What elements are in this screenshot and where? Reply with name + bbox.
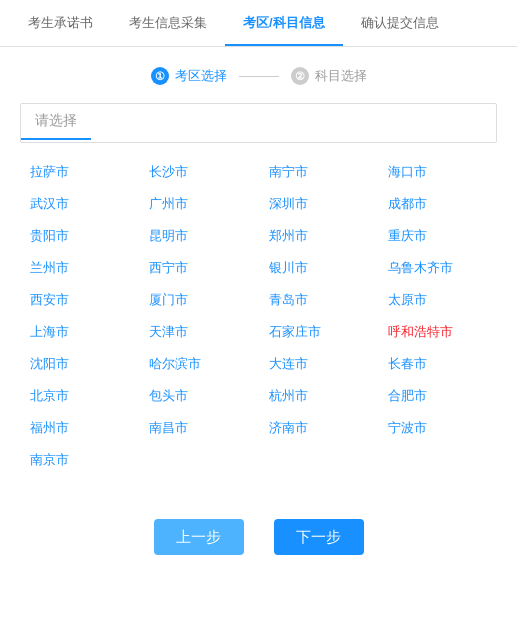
city-item[interactable]: 兰州市: [20, 259, 139, 277]
city-item[interactable]: 南京市: [20, 451, 139, 469]
city-item[interactable]: 太原市: [378, 291, 497, 309]
city-item[interactable]: 大连市: [259, 355, 378, 373]
city-item[interactable]: 杭州市: [259, 387, 378, 405]
city-item[interactable]: 南宁市: [259, 163, 378, 181]
city-item[interactable]: 深圳市: [259, 195, 378, 213]
step-2-num: ②: [291, 67, 309, 85]
city-item[interactable]: 济南市: [259, 419, 378, 437]
next-button[interactable]: 下一步: [274, 519, 364, 555]
city-item[interactable]: 南昌市: [139, 419, 258, 437]
nav-tab-tab1[interactable]: 考生承诺书: [10, 0, 111, 46]
city-item[interactable]: 北京市: [20, 387, 139, 405]
city-item[interactable]: 昆明市: [139, 227, 258, 245]
city-item[interactable]: 青岛市: [259, 291, 378, 309]
city-item[interactable]: 长春市: [378, 355, 497, 373]
step-divider: [239, 76, 279, 77]
select-placeholder: 请选择: [21, 104, 91, 140]
city-item[interactable]: 沈阳市: [20, 355, 139, 373]
city-item[interactable]: 成都市: [378, 195, 497, 213]
top-navigation: 考生承诺书考生信息采集考区/科目信息确认提交信息: [0, 0, 517, 47]
city-item[interactable]: 呼和浩特市: [378, 323, 497, 341]
city-item[interactable]: 厦门市: [139, 291, 258, 309]
city-item[interactable]: 银川市: [259, 259, 378, 277]
prev-button[interactable]: 上一步: [154, 519, 244, 555]
city-item[interactable]: 石家庄市: [259, 323, 378, 341]
city-item[interactable]: 哈尔滨市: [139, 355, 258, 373]
city-item[interactable]: 郑州市: [259, 227, 378, 245]
bottom-buttons: 上一步 下一步: [0, 489, 517, 575]
city-item[interactable]: 福州市: [20, 419, 139, 437]
city-item[interactable]: 合肥市: [378, 387, 497, 405]
city-item[interactable]: 上海市: [20, 323, 139, 341]
step-1-num: ①: [151, 67, 169, 85]
city-item[interactable]: 宁波市: [378, 419, 497, 437]
step-2[interactable]: ② 科目选择: [291, 67, 367, 85]
city-item[interactable]: 西宁市: [139, 259, 258, 277]
city-item[interactable]: 西安市: [20, 291, 139, 309]
city-item[interactable]: 乌鲁木齐市: [378, 259, 497, 277]
city-item[interactable]: 天津市: [139, 323, 258, 341]
city-item[interactable]: 包头市: [139, 387, 258, 405]
city-item[interactable]: 贵阳市: [20, 227, 139, 245]
city-item[interactable]: 重庆市: [378, 227, 497, 245]
step-1[interactable]: ① 考区选择: [151, 67, 227, 85]
step-bar: ① 考区选择 ② 科目选择: [0, 47, 517, 103]
city-item[interactable]: 长沙市: [139, 163, 258, 181]
city-item[interactable]: 拉萨市: [20, 163, 139, 181]
step-2-label: 科目选择: [315, 67, 367, 85]
nav-tab-tab3[interactable]: 考区/科目信息: [225, 0, 343, 46]
nav-tab-tab4[interactable]: 确认提交信息: [343, 0, 457, 46]
city-item[interactable]: 广州市: [139, 195, 258, 213]
city-item[interactable]: 海口市: [378, 163, 497, 181]
city-item[interactable]: 武汉市: [20, 195, 139, 213]
city-grid: 拉萨市长沙市南宁市海口市武汉市广州市深圳市成都市贵阳市昆明市郑州市重庆市兰州市西…: [20, 153, 497, 479]
step-1-label: 考区选择: [175, 67, 227, 85]
select-area[interactable]: 请选择: [20, 103, 497, 143]
nav-tab-tab2[interactable]: 考生信息采集: [111, 0, 225, 46]
